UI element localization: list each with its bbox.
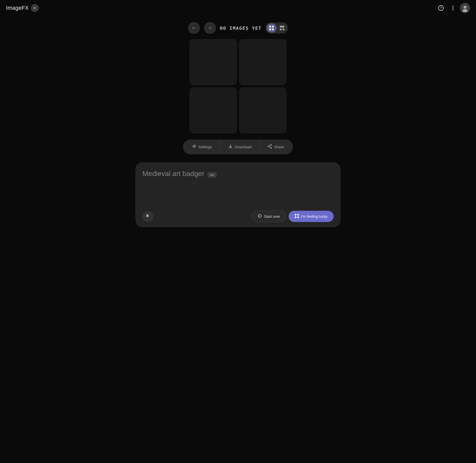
prompt-container: Medieval art badger tab Start over [135,162,341,227]
more-options-button[interactable] [448,3,458,13]
action-bar: Settings Download [183,140,293,154]
lucky-icon [295,214,299,219]
share-label: Share [274,145,284,149]
settings-button[interactable]: Settings [184,140,220,153]
svg-point-3 [452,8,453,8]
svg-rect-28 [295,216,296,218]
grid-icon [269,26,274,30]
grid-view-button[interactable] [267,24,277,32]
svg-point-2 [452,6,453,7]
start-over-button[interactable]: Start over [251,210,287,222]
svg-rect-8 [269,26,271,28]
start-over-icon [258,214,262,219]
lucky-label: I'm feeling lucky [301,214,328,218]
header-right: ? [436,3,470,13]
avatar-image [461,4,469,12]
flag-button[interactable] [142,211,153,222]
main-content: ← → NO IMAGES YET [0,16,476,463]
app-header: ImageFX ▾ ? [0,0,476,16]
settings-icon [192,144,196,150]
svg-rect-9 [272,26,274,28]
svg-point-4 [452,9,453,10]
svg-rect-26 [295,214,296,216]
svg-point-6 [463,6,466,8]
back-button[interactable]: ← [188,22,200,34]
svg-rect-13 [280,28,282,30]
bottom-actions: Start over I'm feeling lucky [251,210,334,222]
settings-label: Settings [198,145,212,149]
svg-rect-14 [283,28,284,30]
forward-button[interactable]: → [204,22,216,34]
svg-rect-29 [297,216,299,218]
help-icon: ? [438,5,444,11]
avatar[interactable] [460,3,470,13]
view-toggle [266,22,288,34]
svg-text:?: ? [440,6,442,10]
prompt-text: Medieval art badger [142,170,204,178]
tab-badge: tab [207,172,216,178]
share-icon [268,144,272,150]
image-grid [189,39,287,134]
svg-rect-11 [272,28,274,30]
start-over-label: Start over [264,214,280,218]
app-title: ImageFX [6,5,29,11]
help-button[interactable]: ? [436,3,446,13]
split-icon [280,26,285,30]
svg-point-19 [193,146,195,147]
split-view-button[interactable] [277,24,287,32]
image-cell-4[interactable] [239,87,287,134]
flag-icon [146,214,150,219]
more-icon [450,5,456,11]
svg-rect-12 [280,26,284,28]
header-left: ImageFX ▾ [6,4,39,12]
svg-point-22 [271,147,272,148]
gallery-title: NO IMAGES YET [220,26,262,31]
image-cell-2[interactable] [239,39,287,85]
download-label: Download [235,145,252,149]
chevron-down-icon: ▾ [34,6,36,10]
svg-line-24 [269,145,271,146]
download-button[interactable]: Download [220,140,260,153]
svg-point-21 [271,144,272,145]
svg-point-23 [268,146,269,147]
feeling-lucky-button[interactable]: I'm feeling lucky [289,211,334,222]
svg-line-25 [269,146,271,148]
back-icon: ← [192,26,196,31]
svg-rect-27 [297,214,299,216]
share-button[interactable]: Share [260,140,292,153]
image-cell-1[interactable] [189,39,237,85]
prompt-text-area: Medieval art badger tab [142,169,334,178]
download-icon [228,144,233,150]
gallery-header: ← → NO IMAGES YET [188,22,288,34]
image-cell-3[interactable] [189,87,237,134]
app-dropdown-button[interactable]: ▾ [31,4,39,12]
svg-rect-10 [269,28,271,30]
forward-icon: → [208,26,212,31]
prompt-bottom: Start over I'm feeling lucky [142,206,334,222]
